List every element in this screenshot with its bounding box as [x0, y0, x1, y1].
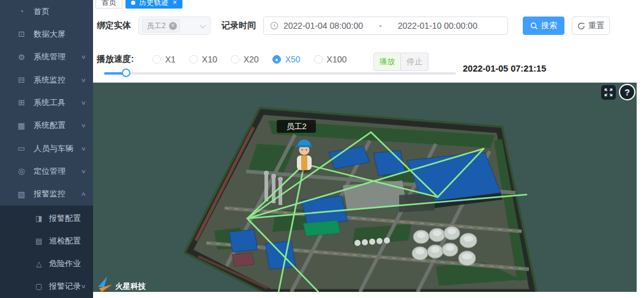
- radio-checked-icon: [272, 55, 281, 64]
- main-content: 首页 历史轨迹 × 绑定实体 员工2 × 记录时间 2022-01-04 08:…: [93, 0, 644, 298]
- tab-bar: 首页 历史轨迹 ×: [93, 0, 644, 9]
- map-scene: 员工2 火星科技: [93, 83, 637, 292]
- sidebar-item-label: 系统配置: [34, 120, 66, 131]
- sidebar-item-location-manage[interactable]: ◎ 定位管理 ∨: [0, 160, 93, 182]
- sidebar-item-label: 数据大屏: [34, 29, 66, 40]
- sidebar-item-alarm-config[interactable]: ◨ 报警配置: [0, 207, 93, 230]
- chevron-down-icon: ∨: [81, 100, 86, 106]
- sidebar-item-system-tools[interactable]: ⊞ 系统工具 ∨: [0, 91, 93, 114]
- vendor-logo-text: 火星科技: [115, 282, 146, 291]
- radio-x1[interactable]: X1: [152, 54, 176, 64]
- time-start-value[interactable]: 2022-01-04 08:00:00: [283, 21, 363, 31]
- sidebar-item-label: 系统管理: [34, 51, 66, 62]
- sidebar-item-label: 系统工具: [34, 97, 66, 108]
- close-icon[interactable]: ×: [173, 0, 177, 6]
- alarm-record-icon: ▢: [34, 282, 43, 291]
- sidebar-item-people-vehicle[interactable]: ▭ 人员与车辆 ∨: [0, 137, 93, 160]
- chevron-down-icon: ∨: [81, 168, 86, 174]
- sidebar-item-label: 危险作业: [49, 258, 81, 269]
- monitor-icon: ⊟: [16, 75, 27, 84]
- time-separator: -: [379, 21, 382, 31]
- sidebar-item-label: 人员与车辆: [34, 143, 73, 154]
- tag-close-icon[interactable]: ×: [169, 22, 177, 30]
- playback-slider[interactable]: [104, 72, 456, 75]
- sidebar-item-label: 报警记录: [49, 281, 81, 292]
- sidebar-item-home[interactable]: ◔ 首页: [0, 0, 93, 23]
- help-button[interactable]: ?: [619, 84, 635, 100]
- current-time: 2022-01-05 07:21:15: [463, 64, 546, 73]
- sidebar-item-data-screen[interactable]: ⊡ 数据大屏: [0, 23, 93, 45]
- entity-select[interactable]: 员工2 ×: [138, 17, 211, 35]
- sidebar-item-label: 报警监控: [34, 188, 66, 199]
- speed-label: 播放速度:: [97, 54, 134, 65]
- radio-icon: [314, 55, 323, 64]
- dashboard-icon: ◔: [16, 7, 27, 16]
- radio-x100[interactable]: X100: [314, 54, 347, 64]
- sidebar-item-label: 定位管理: [34, 166, 66, 177]
- search-icon: [530, 22, 538, 30]
- stop-button[interactable]: 停止: [401, 53, 429, 71]
- entity-tag: 员工2 ×: [142, 19, 180, 32]
- sidebar-item-alarm-record[interactable]: ▢ 报警记录 ∨: [0, 275, 93, 298]
- playback-speed-row: 播放速度: X1 X10 X20 X50 X100: [97, 50, 346, 69]
- reset-button[interactable]: 重置: [572, 17, 610, 35]
- chevron-up-icon: ∧: [81, 191, 86, 197]
- play-button[interactable]: 播放: [373, 53, 401, 71]
- chevron-down-icon: ∨: [81, 283, 86, 289]
- radio-icon: [152, 55, 161, 64]
- radio-x50[interactable]: X50: [272, 54, 301, 64]
- play-stop-group: 播放 停止: [373, 53, 429, 71]
- chevron-down-icon: [200, 23, 206, 29]
- gear-icon: ⚙: [16, 53, 27, 62]
- sidebar-item-alarm-monitor[interactable]: ▧ 报警监控 ∧: [0, 183, 93, 206]
- sidebar-item-label: 巡检配置: [49, 236, 81, 247]
- radio-icon: [189, 55, 198, 64]
- chevron-down-icon: ∨: [81, 77, 86, 83]
- help-icon: ?: [624, 88, 630, 97]
- refresh-icon: [577, 22, 585, 30]
- config-icon: ▦: [16, 121, 27, 130]
- vendor-logo: 火星科技: [98, 277, 146, 292]
- fullscreen-icon: [604, 88, 613, 97]
- alarm-monitor-icon: ▧: [16, 190, 27, 199]
- toolbox-icon: ⊞: [16, 98, 27, 107]
- alarm-monitor-submenu: ◨ 报警配置 ▤ 巡检配置 △ 危险作业 ▢ 报警记录 ∨: [0, 206, 93, 298]
- sidebar-item-hazard-work[interactable]: △ 危险作业: [0, 253, 93, 275]
- location-icon: ◎: [16, 166, 27, 176]
- sidebar-item-system-config[interactable]: ▦ 系统配置 ∨: [0, 114, 93, 137]
- tab-home[interactable]: 首页: [95, 0, 122, 9]
- screen-icon: ⊡: [16, 29, 27, 39]
- active-dot-icon: [131, 1, 135, 5]
- sidebar-item-label: 首页: [34, 6, 50, 17]
- tab-history-track[interactable]: 历史轨迹 ×: [125, 0, 182, 9]
- filter-row: 绑定实体 员工2 × 记录时间 2022-01-04 08:00:00 - 20…: [97, 16, 610, 35]
- radio-icon: [231, 55, 239, 64]
- sidebar-item-label: 报警配置: [49, 213, 81, 224]
- alarm-config-icon: ◨: [34, 214, 43, 223]
- time-range-input[interactable]: 2022-01-04 08:00:00 - 2022-01-10 00:00:0…: [263, 17, 508, 35]
- chevron-down-icon: ∨: [81, 54, 86, 60]
- sidebar-item-system-monitor[interactable]: ⊟ 系统监控 ∨: [0, 69, 93, 91]
- sidebar-item-system-manage[interactable]: ⚙ 系统管理 ∨: [0, 46, 93, 69]
- inspection-icon: ▤: [34, 237, 43, 245]
- sidebar-item-inspection-config[interactable]: ▤ 巡检配置: [0, 230, 93, 253]
- time-label: 记录时间: [222, 20, 256, 31]
- radio-x10[interactable]: X10: [189, 54, 217, 64]
- map-3d-viewport[interactable]: 员工2 火星科技 ?: [93, 83, 637, 292]
- hazard-icon: △: [34, 259, 43, 268]
- chevron-down-icon: ∨: [81, 146, 86, 152]
- sidebar-item-label: 系统监控: [34, 75, 66, 86]
- people-vehicle-icon: ▭: [16, 144, 27, 153]
- search-button[interactable]: 搜索: [523, 17, 564, 35]
- radio-x20[interactable]: X20: [231, 54, 259, 64]
- time-end-value[interactable]: 2022-01-10 00:00:00: [398, 21, 477, 31]
- entity-label: 绑定实体: [97, 20, 131, 31]
- sidebar: ◔ 首页 ⊡ 数据大屏 ⚙ 系统管理 ∨ ⊟ 系统监控 ∨ ⊞ 系统工具 ∨ ▦…: [0, 0, 93, 298]
- chevron-down-icon: ∨: [81, 122, 86, 129]
- fullscreen-button[interactable]: [601, 85, 616, 100]
- clock-icon: [270, 21, 279, 30]
- worker-label: 员工2: [286, 122, 306, 131]
- slider-handle[interactable]: [122, 69, 130, 77]
